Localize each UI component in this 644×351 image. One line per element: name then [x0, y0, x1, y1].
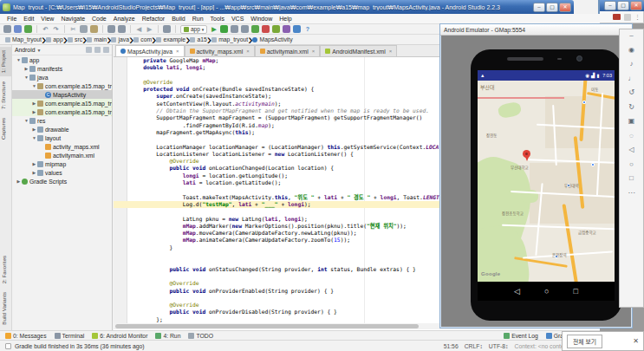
tree-item-values[interactable]: ▶values — [12, 168, 112, 177]
titlebar[interactable]: Map_tryout - [C:₩Users₩i15₩AndroidStudio… — [0, 0, 574, 14]
back-icon[interactable]: ◁ — [628, 146, 634, 154]
project-view-selector[interactable]: Android — [15, 47, 35, 53]
tree-item-mipmap[interactable]: ▶mipmap — [12, 159, 112, 168]
menu-edit[interactable]: Edit — [20, 16, 37, 22]
menu-run[interactable]: Run — [189, 16, 207, 22]
avd-manager-button[interactable] — [272, 25, 280, 33]
menu-code[interactable]: Code — [88, 16, 110, 22]
transit-station-icon[interactable] — [591, 163, 595, 166]
tab-mapsactivity-java[interactable]: MapsActivity.java× — [115, 45, 185, 56]
breadcrumb-item-main[interactable]: main — [87, 36, 107, 42]
editor-gutter[interactable] — [114, 57, 127, 323]
replace-icon[interactable] — [118, 25, 126, 33]
open-icon[interactable] — [3, 25, 11, 33]
paste-icon[interactable] — [90, 25, 98, 33]
tree-item-com-example-a15-map-tryout[interactable]: ▶com.example.a15.map_tryout — [12, 107, 112, 116]
zoom-icon[interactable]: ◌ — [629, 132, 634, 140]
caret-position[interactable]: 51:56 — [444, 343, 459, 349]
stripe-buildvariants[interactable]: Build Variants — [1, 289, 12, 328]
run-config-selector[interactable]: app▾ — [180, 25, 207, 34]
close-tab-icon[interactable]: × — [312, 49, 315, 54]
toolwindow-toggle-icon[interactable] — [5, 343, 11, 349]
event-log-toolwindow[interactable]: Event Log — [504, 333, 538, 339]
todo-toolwindow[interactable]: TODO — [188, 333, 213, 339]
close-button[interactable]: ✕ — [559, 3, 571, 12]
menu-analyze[interactable]: Analyze — [110, 16, 139, 22]
close-tab-icon[interactable]: × — [176, 49, 179, 54]
menu-navigate[interactable]: Navigate — [57, 16, 88, 22]
breadcrumb-item-java[interactable]: java — [111, 36, 128, 42]
maximize-button[interactable]: ▢ — [546, 3, 558, 12]
collapse-all-icon[interactable] — [86, 47, 92, 53]
debug-button[interactable] — [220, 25, 228, 33]
more-icon[interactable]: ⋯ — [628, 189, 635, 198]
terminal-toolwindow[interactable]: Terminal — [55, 333, 85, 339]
home-icon[interactable]: ○ — [629, 160, 634, 169]
wrench-icon[interactable] — [163, 25, 171, 33]
stripe-favorites[interactable]: 2: Favorites — [1, 252, 12, 287]
breadcrumb-item-com[interactable]: com — [133, 36, 152, 42]
volume-up-icon[interactable]: ♪ — [630, 60, 634, 68]
back-icon[interactable]: ◀ — [135, 25, 143, 33]
close-tab-icon[interactable]: × — [389, 49, 393, 54]
menu-window[interactable]: Window — [247, 16, 276, 22]
breadcrumb-item-src[interactable]: src — [68, 36, 82, 42]
bg-minimize-button[interactable]: – — [604, 1, 616, 10]
breadcrumb-item-example[interactable]: example — [156, 36, 185, 42]
breadcrumb-item-app[interactable]: app — [46, 36, 62, 42]
menu-file[interactable]: File — [3, 16, 20, 22]
tree-item-activity-maps-xml[interactable]: activity_maps.xml — [12, 142, 112, 151]
screenshot-icon[interactable]: ▣ — [628, 117, 635, 126]
google-map[interactable]: 부산대이동장전동부산대학교부산대역장전초등학교금정중학교온천장역Google — [478, 81, 615, 282]
hide-panel-icon[interactable] — [103, 47, 109, 53]
menu-build[interactable]: Build — [168, 16, 189, 22]
breadcrumb-item-map_tryout[interactable]: map_tryout — [211, 36, 248, 42]
rotate-right-icon[interactable]: ↻ — [628, 103, 634, 112]
gear-icon[interactable] — [94, 47, 101, 53]
overview-nav-icon[interactable]: □ — [574, 287, 578, 296]
tree-item-manifests[interactable]: ▶manifests — [12, 64, 112, 73]
rotate-left-icon[interactable]: ↺ — [628, 88, 634, 97]
stop-button[interactable] — [262, 25, 270, 33]
stripe-project[interactable]: 1: Project — [0, 47, 11, 76]
android-monitor-toolwindow[interactable]: 6: Android Monitor — [92, 333, 147, 339]
menu-tools[interactable]: Tools — [207, 16, 228, 22]
bg-maximize-button[interactable]: ▢ — [617, 1, 629, 10]
transit-station-icon[interactable] — [582, 101, 586, 104]
menu-view[interactable]: View — [37, 16, 57, 22]
tree-item-mapsactivity[interactable]: CMapsActivity — [12, 90, 112, 99]
phone-screen[interactable]: ▲ ◉▟▮ 7:03 — [478, 70, 615, 301]
coverage-button[interactable] — [231, 25, 238, 33]
tree-item-app[interactable]: ▼app — [12, 55, 112, 64]
menu-vcs[interactable]: VCS — [228, 16, 247, 22]
view-all-button[interactable]: 전체 보기 — [567, 335, 602, 348]
menu-refactor[interactable]: Refactor — [139, 16, 168, 22]
help-button[interactable]: ? — [303, 25, 311, 33]
home-nav-icon[interactable]: ○ — [544, 287, 549, 296]
tab-activity-maps-xml[interactable]: activity_maps.xml× — [185, 45, 255, 56]
tree-item-res[interactable]: ▼res — [12, 116, 112, 125]
line-ending-selector[interactable]: CRLF↕ — [465, 343, 483, 349]
tab-activitymain-xml[interactable]: activitymain.xml× — [255, 45, 320, 56]
tree-item-com-example-a15-map-tryout[interactable]: ▶com.example.a15.map_tryout — [12, 99, 112, 107]
stripe-structure[interactable]: 7: Structure — [0, 78, 11, 113]
run-toolwindow[interactable]: 4: Run — [155, 333, 180, 339]
tree-item-activitymain-xml[interactable]: activitymain.xml — [12, 151, 112, 159]
breadcrumb-item-mapsactivity[interactable]: MapsActivity — [252, 36, 292, 42]
breadcrumb-item-a15[interactable]: a15 — [190, 36, 206, 42]
redo-icon[interactable]: ↷ — [52, 25, 60, 33]
map-marker-pin[interactable] — [523, 150, 530, 161]
emulator-titlebar[interactable]: Android Emulator - GMap:5554 — [440, 24, 632, 36]
close-tab-icon[interactable]: × — [246, 49, 250, 54]
encoding-selector[interactable]: UTF-8↕ — [489, 343, 509, 349]
tree-item-gradle-scripts[interactable]: ▶Gradle Scripts — [12, 177, 112, 185]
sdk-manager-button[interactable] — [293, 25, 301, 33]
menu-help[interactable]: Help — [276, 16, 295, 22]
messages-toolwindow[interactable]: 0: Messages — [5, 333, 47, 339]
sync-icon[interactable] — [24, 25, 32, 33]
back-nav-icon[interactable]: ◁ — [514, 287, 520, 296]
sync-project-button[interactable] — [283, 25, 290, 33]
tab-androidmanifest-xml[interactable]: AndroidManifest.xml× — [320, 45, 397, 56]
tree-item-drawable[interactable]: ▶drawable — [12, 125, 112, 133]
tree-item-com-example-a15-map-tryout[interactable]: ▼com.example.a15.map_tryout — [12, 81, 112, 90]
